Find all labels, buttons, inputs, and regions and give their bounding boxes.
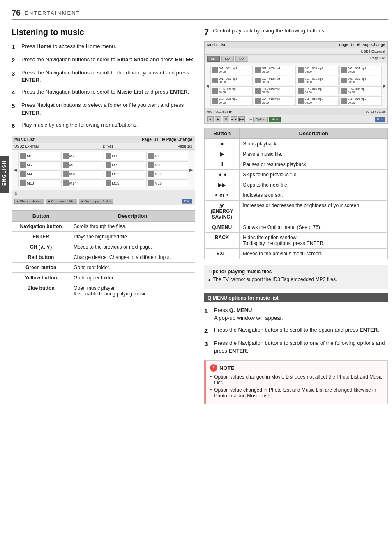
tips-bullet: • [208, 277, 210, 284]
drive-label: Drive1 [103, 144, 113, 148]
usb-label: USB2 External [14, 144, 39, 148]
left-desc-table: Button Description Navigation button Scr… [12, 210, 195, 299]
exit-btn-left[interactable]: Exit [182, 199, 192, 204]
rmu-item: 001 - 005.mp300:00 [339, 76, 382, 85]
desc-energy: Increases or decreases the brightness of… [240, 201, 388, 222]
table-row: Q.MENU Shows the Option menu (See p.76). [205, 222, 388, 233]
music-page-info: Page 1/1 ⊞ Page Change [142, 137, 192, 142]
stop-btn[interactable]: ■ [207, 116, 214, 122]
table-row: CH (∧, ∨) Moves to the previous or next … [12, 242, 195, 252]
grid-item-m7: M7 [104, 161, 146, 169]
desc-green: Go to root folder. [70, 263, 195, 273]
rmu-grid: 001 - 001.mp300:00 001 - 003.mp300:00 00… [209, 64, 383, 107]
table-col-button: Button [12, 211, 70, 222]
tab-m2[interactable]: M2 [221, 56, 234, 62]
grid-item-m6: M6 [61, 161, 103, 169]
qmenu-steps: 1 Press Q. MENU.A pop-up window will app… [204, 307, 388, 355]
now-playing: 001 - 001.mp3 ▶ [207, 110, 232, 113]
tab-m1[interactable]: M1 [207, 56, 220, 62]
step-1: 1 Press Home to access the Home menu. [12, 43, 195, 52]
grid-item-m5: M5 [18, 161, 60, 169]
tab-m3[interactable]: M3 [235, 56, 248, 62]
rmu-item: 010 - 015.mp300:00 [210, 86, 253, 96]
pause-btn[interactable]: II [223, 116, 229, 122]
step-3: 3 Press the Navigation buttons to scroll… [12, 69, 195, 85]
note-icon: ! [210, 364, 217, 372]
desc-pause: Pauses or resumes playback. [240, 159, 388, 170]
step-7-text: Control playback by using the following … [213, 28, 326, 34]
grid-item-m9: M9 [18, 170, 60, 178]
btn-prev: ◄◄ [205, 170, 240, 180]
table-row: BACK Hides the option window.To display … [205, 233, 388, 249]
music-ui-header-left: Music List Page 1/1 ⊞ Page Change [12, 136, 195, 143]
table-row: EXIT Moves to the previous menu screen. [205, 249, 388, 259]
table-row: Yellow button Go to upper folder. [12, 273, 195, 283]
table-row: II Pauses or resumes playback. [205, 159, 388, 170]
table-row: ◄◄ Skips to the previous file. [205, 170, 388, 180]
rmu-tabs: M1 M2 M3 Page 1/2 [205, 55, 387, 63]
root-folder-btn[interactable]: ■ Go to root folder [46, 199, 77, 204]
note-text-1: Option values changed in Movie List does… [214, 374, 383, 385]
table-row: ▶▶ Skips to the next file. [205, 180, 388, 190]
grid-item-m16: M16 [146, 179, 188, 187]
step-6: 6 Play music by using the following menu… [12, 121, 195, 130]
step-5: 5 Press Navigation buttons to select a f… [12, 102, 195, 117]
table-row: ეი(ENERGYSAVING) Increases or decreases … [205, 201, 388, 222]
btn-energy: ეი(ENERGYSAVING) [205, 201, 240, 222]
btn-next: ▶▶ [205, 180, 240, 190]
btn-yellow: Yellow button [12, 273, 70, 283]
table-row: ■ Stops playback. [205, 139, 388, 149]
tips-box: Tips for playing music files • The TV ca… [204, 265, 388, 289]
note-box: ! NOTE • Option values changed in Movie … [204, 360, 388, 404]
grid-item-m2: M2 [61, 152, 103, 160]
step-7-num: 7 [204, 28, 209, 37]
music-ui-left: Music List Page 1/1 ⊞ Page Change USB2 E… [12, 136, 195, 205]
grid-item-m12: M12 [146, 170, 188, 178]
table-row: ▶ Plays a music file. [205, 149, 388, 159]
btn-enter: ENTER [12, 232, 70, 242]
btn-red: Red button [12, 252, 70, 263]
desc-next: Skips to the next file. [240, 180, 388, 190]
table-row: Green button Go to root folder. [12, 263, 195, 273]
desc-enter: Plays the highlighted file. [70, 232, 195, 242]
exit-btn-right[interactable]: Exit [375, 117, 385, 122]
btn-back: BACK [205, 233, 240, 249]
next-btn[interactable]: ▶▶ [238, 116, 245, 122]
upper-folder-btn[interactable]: ■ Go to upper folder [79, 199, 113, 204]
desc-ch: Moves to the previous or next page. [70, 242, 195, 252]
option-btn[interactable]: Option [253, 117, 268, 122]
two-col-layout: Listening to music 1 Press Home to acces… [12, 28, 388, 404]
desc-prev: Skips to the previous file. [240, 170, 388, 180]
note-item-1: • Option values changed in Movie List do… [210, 374, 383, 385]
rmu-page-info: Page 1/1 ⊞ Page Change [339, 43, 385, 47]
rmu-item: 001 - 005.mp300:00 [210, 76, 253, 85]
section-title: Listening to music [12, 28, 195, 37]
rmu-item: 014 - 015.mp300:00 [254, 86, 296, 96]
desc-blue: Open music player.It is enabled during p… [70, 283, 195, 299]
rmu-item: 015 - 015.mp300:00 [297, 86, 339, 96]
tips-title: Tips for playing music files [208, 269, 384, 275]
grid-item-m13: M13 [18, 179, 60, 187]
qmenu-step-3: 3 Press the Navigation buttons to scroll… [204, 339, 388, 355]
rmu-controls: ■ ▶ II ◄◄ ▶▶ ეი Option Hide Exit [205, 115, 387, 123]
prev-btn[interactable]: ◄◄ [231, 116, 237, 122]
qmenu-section-title: Q.MENU options for music list [204, 293, 388, 302]
hide-btn[interactable]: Hide [269, 117, 281, 122]
rmu-title: Music List [207, 43, 225, 47]
rmu-page-sub-right: Page 1/2 [370, 56, 385, 62]
music-ui-right: Music List Page 1/1 ⊞ Page Change USB2 E… [204, 41, 388, 124]
left-column: Listening to music 1 Press Home to acces… [12, 28, 195, 404]
right-desc-table: Button Description ■ Stops playback. ▶ P… [204, 128, 388, 259]
table-col-description: Description [70, 211, 195, 222]
grid-item-m15: M15 [104, 179, 146, 187]
rmu-header: Music List Page 1/1 ⊞ Page Change [205, 42, 387, 48]
btn-nav: Navigation button [12, 222, 70, 232]
btn-qmenu: Q.MENU [205, 222, 240, 233]
change-device-btn[interactable]: ■ Change device [14, 199, 44, 204]
right-table-col-desc: Description [240, 128, 388, 139]
desc-nav: Scrolls through the files. [70, 222, 195, 232]
desc-stop: Stops playback. [240, 139, 388, 149]
sidebar-label: ENGLISH [0, 156, 9, 193]
desc-play: Plays a music file. [240, 149, 388, 159]
play-btn[interactable]: ▶ [215, 116, 221, 122]
